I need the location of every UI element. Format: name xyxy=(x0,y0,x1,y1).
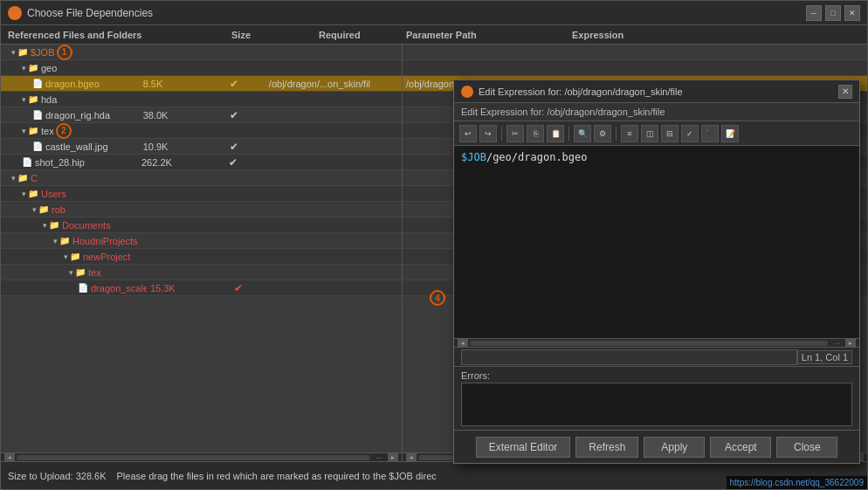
folder-icon: 📁 xyxy=(28,94,38,105)
file-icon: 📄 xyxy=(22,157,32,168)
scroll-left[interactable]: ◂ xyxy=(4,453,15,462)
row-name-c: ▾ 📁 C xyxy=(1,173,136,183)
file-icon: 📄 xyxy=(78,283,88,293)
table-row[interactable]: 📄 castle_wall.jpg 10.9K ✔ xyxy=(1,139,402,155)
list-item xyxy=(403,60,867,76)
copy-button[interactable]: ⎘ xyxy=(527,125,544,142)
settings-button[interactable]: ⚙ xyxy=(594,125,611,142)
table-row[interactable]: 📄 dragon.bgeo 8.5K ✔ /obj/dragon/...on_s… xyxy=(1,76,402,92)
note-button[interactable]: 📝 xyxy=(721,125,739,142)
table-row[interactable]: ▾ 📁 tex 2 xyxy=(1,123,402,139)
row-name-tex: ▾ 📁 tex 2 xyxy=(1,123,138,139)
undo-button[interactable]: ↩ xyxy=(459,125,477,142)
row-size: 8.5K xyxy=(140,79,203,89)
expand-icon: ▾ xyxy=(22,95,26,104)
block-button[interactable]: ⬛ xyxy=(701,125,719,142)
table-row[interactable]: ▾ 📁 HoudniProjects xyxy=(1,233,402,249)
dialog-toolbar: ↩ ↪ ✂ ⎘ 📋 🔍 ⚙ ≡ ◫ ⊟ ✓ ⬛ 📝 xyxy=(454,121,859,146)
list-item xyxy=(403,45,867,60)
minus-button[interactable]: ⊟ xyxy=(661,125,679,142)
row-check: ✔ xyxy=(202,156,265,169)
table-row[interactable]: 📄 dragon_rig.hda 38.0K ✔ xyxy=(1,107,402,123)
dialog-statusbar: Ln 1, Col 1 xyxy=(454,347,859,366)
row-name-dragon-rig: 📄 dragon_rig.hda xyxy=(1,110,140,121)
list-button[interactable]: ≡ xyxy=(621,125,638,142)
edit-expression-dialog: Edit Expression for: /obj/dragon/dragon_… xyxy=(453,79,860,464)
cut-button[interactable]: ✂ xyxy=(506,125,524,142)
row-size: 15.3K xyxy=(147,283,209,293)
folder-icon: 📁 xyxy=(28,189,38,199)
dialog-subtitle: Edit Expression for: /obj/dragon/dragon_… xyxy=(454,103,859,121)
table-row[interactable]: ▾ 📁 $JOB 1 xyxy=(1,45,402,60)
expand-icon: ▾ xyxy=(64,252,68,261)
row-check: ✔ xyxy=(203,78,265,90)
accept-button[interactable]: Accept xyxy=(710,437,771,458)
table-row[interactable]: ▾ 📁 C xyxy=(1,170,402,186)
redo-button[interactable]: ↪ xyxy=(479,125,497,142)
expand-icon: ▾ xyxy=(69,268,73,277)
scroll-left[interactable]: ◂ xyxy=(406,453,417,462)
row-size: 10.9K xyxy=(140,141,203,152)
scroll-left[interactable]: ◂ xyxy=(458,339,468,348)
annotation-1: 1 xyxy=(57,45,72,60)
scroll-track[interactable] xyxy=(470,341,828,346)
find-button[interactable]: 🔍 xyxy=(574,125,591,142)
table-row[interactable]: ▾ 📁 Documents xyxy=(1,217,402,233)
dialog-titlebar: Edit Expression for: /obj/dragon/dragon_… xyxy=(454,80,859,103)
dialog-scrollbar[interactable]: ◂ ··· ▸ xyxy=(454,338,859,347)
table-row[interactable]: ▾ 📁 hda xyxy=(1,92,402,107)
folder-icon: 📁 xyxy=(28,126,38,136)
close-button[interactable]: ✕ xyxy=(844,5,860,21)
row-check: ✔ xyxy=(203,141,265,153)
apply-button[interactable]: Apply xyxy=(644,437,705,458)
expand-icon: ▾ xyxy=(53,237,58,245)
folder-icon: 📁 xyxy=(70,252,80,262)
row-name-houdniprojects: ▾ 📁 HoudniProjects xyxy=(1,236,142,246)
table-row[interactable]: ▾ 📁 Users xyxy=(1,186,402,202)
folder-icon: 📁 xyxy=(17,47,28,58)
refresh-button[interactable]: Refresh xyxy=(575,437,638,458)
table-row[interactable]: ▾ 📁 tex xyxy=(1,265,402,280)
folder-icon: 📁 xyxy=(17,173,28,183)
table-row[interactable]: ▾ 📁 geo xyxy=(1,60,402,76)
status-input[interactable] xyxy=(461,349,797,365)
row-name-hda: ▾ 📁 hda xyxy=(1,94,138,105)
maximize-button[interactable]: □ xyxy=(825,5,841,21)
paste-button[interactable]: 📋 xyxy=(547,125,564,142)
table-row[interactable]: ▾ 📁 rob xyxy=(1,202,402,217)
horizontal-scrollbar[interactable]: ◂ ··· ▸ xyxy=(1,452,402,461)
folder-icon: 📁 xyxy=(38,204,49,215)
dots: ··· xyxy=(830,339,844,348)
scroll-right[interactable]: ▸ xyxy=(388,453,398,462)
errors-section: Errors: xyxy=(454,366,859,430)
file-tree: ▾ 📁 $JOB 1 ▾ 📁 geo xyxy=(1,45,402,452)
app-icon xyxy=(8,6,22,20)
dialog-buttons: External Editor Refresh Apply Accept Clo… xyxy=(454,430,859,463)
annotation-2: 2 xyxy=(56,123,72,139)
editor-text: $JOB/geo/dragon.bgeo xyxy=(461,151,588,163)
dialog-title: Edit Expression for: /obj/dragon/dragon_… xyxy=(479,86,838,97)
toolbar-separator xyxy=(616,127,617,141)
table-row[interactable]: 📄 shot_28.hip 262.2K ✔ xyxy=(1,155,402,170)
scroll-right[interactable]: ▸ xyxy=(845,339,856,348)
row-name-dragon-scales: 📄 dragon_scales.jpg 3 xyxy=(1,280,147,296)
row-name-rob: ▾ 📁 rob xyxy=(1,204,140,215)
col-header-parampath: Parameter Path xyxy=(403,30,568,40)
row-name-users: ▾ 📁 Users xyxy=(1,189,138,199)
minimize-button[interactable]: ─ xyxy=(806,5,822,21)
row-expression: "$JOB/geo/dragon.bgeo" xyxy=(398,79,402,89)
dialog-close-button[interactable]: ✕ xyxy=(838,85,852,99)
external-editor-button[interactable]: External Editor xyxy=(476,437,571,458)
check-button[interactable]: ✓ xyxy=(681,125,699,142)
expression-editor[interactable]: $JOB/geo/dragon.bgeo xyxy=(454,146,859,338)
scroll-track[interactable] xyxy=(17,455,370,460)
window-title: Choose File Dependencies xyxy=(27,7,806,19)
row-check: ✔ xyxy=(208,282,269,294)
table-row[interactable]: 📄 dragon_scales.jpg 3 15.3K ✔ xyxy=(1,280,402,296)
file-icon: 📄 xyxy=(32,110,43,121)
layout-button[interactable]: ◫ xyxy=(641,125,658,142)
folder-icon: 📁 xyxy=(49,220,59,231)
table-row[interactable]: ▾ 📁 newProject xyxy=(1,249,402,265)
close-dialog-button[interactable]: Close xyxy=(776,437,837,458)
folder-icon: 📁 xyxy=(59,236,70,246)
